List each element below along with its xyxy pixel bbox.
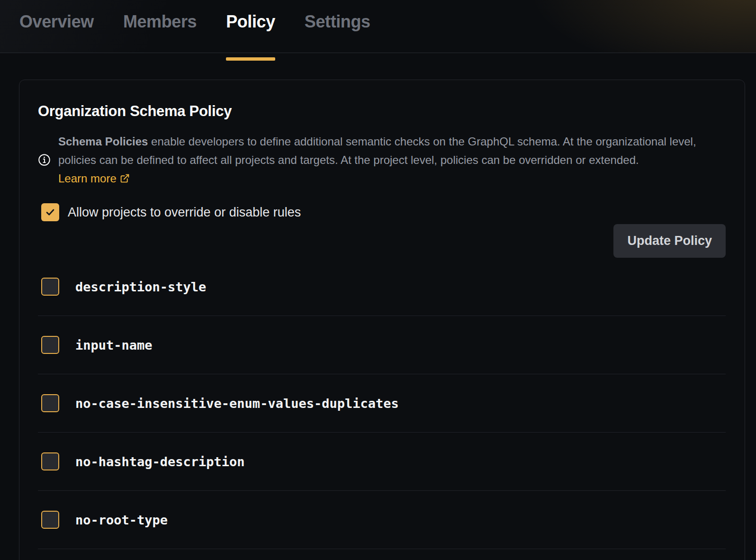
tab-label: Policy bbox=[226, 12, 275, 32]
header: Overview Members Policy Settings bbox=[0, 0, 756, 53]
rule-checkbox[interactable] bbox=[41, 452, 59, 470]
rules-list: description-style input-name no-case-ins… bbox=[38, 258, 726, 549]
page-title: Organization Schema Policy bbox=[38, 103, 726, 120]
check-icon bbox=[45, 207, 55, 217]
policy-description: Schema Policies enable developers to def… bbox=[38, 132, 726, 188]
rule-label: no-hashtag-description bbox=[75, 454, 245, 469]
tab-members[interactable]: Members bbox=[123, 0, 197, 64]
update-policy-button[interactable]: Update Policy bbox=[613, 224, 726, 258]
rule-row: no-case-insensitive-enum-values-duplicat… bbox=[38, 374, 726, 433]
rule-label: no-case-insensitive-enum-values-duplicat… bbox=[75, 396, 399, 411]
tab-settings[interactable]: Settings bbox=[305, 0, 370, 64]
tab-label: Members bbox=[123, 12, 197, 32]
policy-description-text: Schema Policies enable developers to def… bbox=[58, 132, 711, 188]
button-row: Update Policy bbox=[38, 224, 726, 258]
rule-checkbox[interactable] bbox=[41, 511, 59, 529]
schema-policy-card: Organization Schema Policy Schema Polici… bbox=[19, 80, 745, 560]
allow-override-label: Allow projects to override or disable ru… bbox=[68, 205, 301, 220]
description-body: enable developers to define additional s… bbox=[58, 135, 696, 166]
rule-label: description-style bbox=[75, 280, 206, 294]
tab-label: Overview bbox=[19, 12, 94, 32]
rule-checkbox[interactable] bbox=[41, 336, 59, 354]
tab-policy[interactable]: Policy bbox=[226, 0, 275, 64]
rule-row: input-name bbox=[38, 316, 726, 374]
allow-override-checkbox[interactable] bbox=[41, 203, 59, 221]
rule-row: description-style bbox=[38, 258, 726, 316]
tab-label: Settings bbox=[305, 12, 370, 32]
info-icon bbox=[38, 154, 51, 166]
rule-row: no-hashtag-description bbox=[38, 433, 726, 491]
rule-label: input-name bbox=[75, 338, 153, 352]
allow-override-row: Allow projects to override or disable ru… bbox=[41, 203, 726, 221]
tab-overview[interactable]: Overview bbox=[19, 0, 94, 64]
learn-more-link[interactable]: Learn more bbox=[58, 172, 130, 185]
external-link-icon bbox=[120, 173, 130, 183]
rule-label: no-root-type bbox=[75, 513, 168, 527]
learn-more-label: Learn more bbox=[58, 172, 117, 185]
tab-bar: Overview Members Policy Settings bbox=[0, 0, 756, 53]
rule-checkbox[interactable] bbox=[41, 278, 59, 296]
rule-checkbox[interactable] bbox=[41, 394, 59, 412]
description-lead: Schema Policies bbox=[58, 135, 148, 148]
rule-row: no-root-type bbox=[38, 491, 726, 549]
